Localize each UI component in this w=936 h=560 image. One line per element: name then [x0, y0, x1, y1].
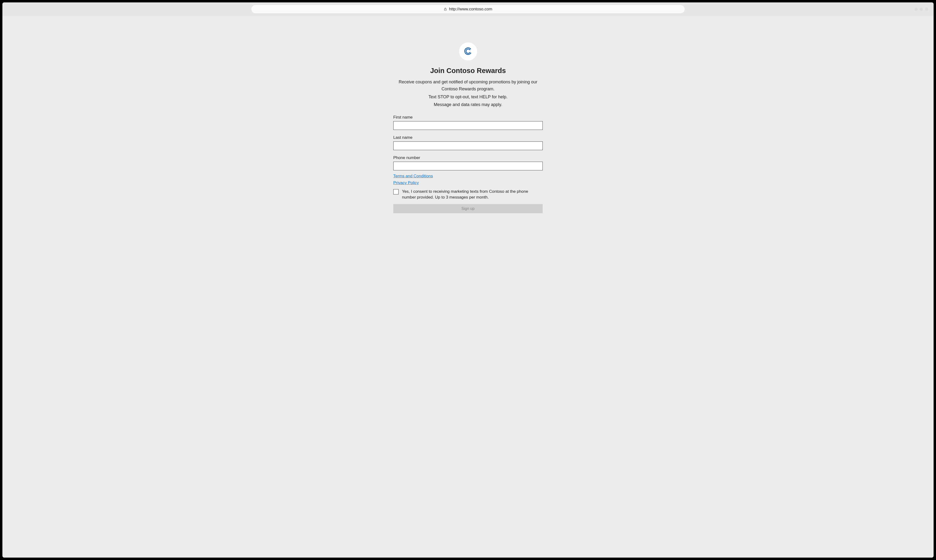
address-bar[interactable]: http://www.contoso.com	[251, 5, 684, 13]
phone-label: Phone number	[393, 155, 543, 160]
last-name-input[interactable]	[393, 142, 543, 150]
window-controls[interactable]	[914, 8, 928, 11]
last-name-label: Last name	[393, 135, 543, 140]
phone-input[interactable]	[393, 162, 543, 170]
browser-window: http://www.contoso.com Join Contoso Rewa…	[2, 2, 934, 558]
lock-icon	[444, 8, 447, 11]
page-title: Join Contoso Rewards	[393, 67, 543, 75]
privacy-link[interactable]: Privacy Policy	[393, 180, 419, 185]
page-body: Join Contoso Rewards Receive coupons and…	[2, 16, 934, 558]
description-line-2: Text STOP to opt-out, text HELP for help…	[393, 94, 543, 100]
description-line-3: Message and data rates may apply.	[393, 101, 543, 108]
browser-chrome: http://www.contoso.com	[2, 2, 934, 16]
consent-row: Yes, I consent to receiving marketing te…	[393, 189, 543, 200]
first-name-label: First name	[393, 115, 543, 120]
window-control-dot[interactable]	[914, 8, 918, 11]
signup-button[interactable]: Sign up	[393, 204, 543, 213]
first-name-input[interactable]	[393, 121, 543, 130]
consent-checkbox[interactable]	[393, 189, 399, 194]
svg-rect-0	[444, 9, 446, 10]
terms-link[interactable]: Terms and Conditions	[393, 174, 433, 178]
description-line-1: Receive coupons and get notified of upco…	[393, 78, 543, 92]
window-control-dot[interactable]	[925, 8, 928, 11]
logo-c-icon	[463, 46, 473, 57]
form-fields: First name Last name Phone number Terms …	[393, 115, 543, 213]
url-text: http://www.contoso.com	[449, 7, 492, 12]
consent-text: Yes, I consent to receiving marketing te…	[402, 189, 543, 200]
window-control-dot[interactable]	[920, 8, 923, 11]
brand-logo	[459, 42, 477, 60]
signup-form: Join Contoso Rewards Receive coupons and…	[393, 42, 543, 558]
